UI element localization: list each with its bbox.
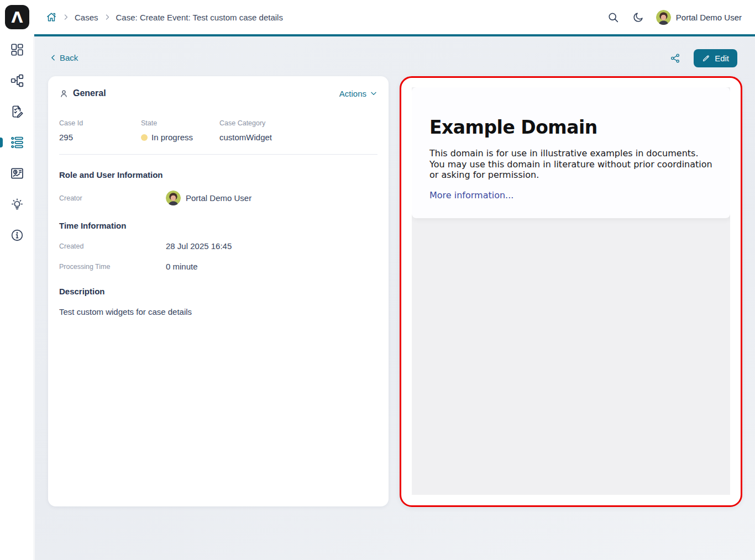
- field-case-id: Case Id 295: [59, 119, 141, 142]
- processing-time-value: 0 minute: [166, 262, 198, 271]
- processing-time-label: Processing Time: [59, 263, 166, 271]
- creator-row: Creator Portal Demo User: [59, 191, 378, 205]
- main-content: Back Edit: [35, 36, 755, 560]
- case-toolbar: Back Edit: [35, 36, 755, 75]
- general-title-label: General: [73, 88, 106, 98]
- breadcrumb: Cases Case: Create Event: Test custom ca…: [46, 12, 283, 23]
- case-category-label: Case Category: [219, 119, 378, 127]
- created-row: Created 28 Jul 2025 16:45: [59, 241, 378, 251]
- creator-name: Portal Demo User: [186, 193, 251, 203]
- breadcrumb-cases[interactable]: Cases: [75, 13, 98, 22]
- info-icon: [10, 228, 24, 242]
- example-domain-box: Example Domain This domain is for use in…: [412, 87, 730, 218]
- user-name: Portal Demo User: [676, 13, 742, 22]
- example-domain-paragraph: This domain is for use in illustrative e…: [429, 148, 712, 181]
- creator-avatar: [166, 191, 181, 205]
- example-domain-heading: Example Domain: [429, 117, 712, 138]
- embedded-page: Example Domain This domain is for use in…: [412, 87, 730, 495]
- share-nodes-icon[interactable]: [670, 53, 680, 64]
- search-icon[interactable]: [606, 10, 620, 24]
- general-card-title: General: [59, 88, 106, 98]
- chevron-left-icon: [50, 54, 57, 61]
- sidebar-item-statistics[interactable]: [0, 158, 34, 189]
- top-bar: Λ Cases Case: Create Event: Test custom …: [0, 0, 755, 34]
- field-case-category: Case Category customWidget: [219, 119, 378, 142]
- state-text: In progress: [151, 133, 193, 142]
- topbar-actions: Portal Demo User: [606, 10, 755, 25]
- back-button[interactable]: Back: [50, 53, 78, 62]
- person-icon: [59, 89, 69, 98]
- case-id-value: 295: [59, 133, 141, 142]
- sidebar-item-info[interactable]: [0, 220, 34, 251]
- case-list-icon: [10, 135, 24, 150]
- state-label: State: [141, 119, 219, 127]
- creator-label: Creator: [59, 194, 166, 202]
- user-avatar: [656, 10, 671, 25]
- toolbar-actions: Edit: [670, 49, 737, 67]
- header-accent-strip: [34, 34, 755, 36]
- lightbulb-icon: [10, 197, 24, 212]
- user-menu[interactable]: Portal Demo User: [656, 10, 742, 25]
- description-heading: Description: [59, 287, 378, 296]
- general-card: General Actions Case Id 295 State In pro…: [48, 76, 389, 506]
- sidebar-item-tasks[interactable]: [0, 96, 34, 127]
- state-dot-icon: [141, 134, 148, 141]
- chevron-right-icon: [62, 14, 69, 20]
- created-value: 28 Jul 2025 16:45: [166, 241, 232, 251]
- case-id-label: Case Id: [59, 119, 141, 127]
- section-divider: [59, 154, 378, 155]
- sidebar: [0, 34, 34, 560]
- role-user-section-heading: Role and User Information: [59, 170, 378, 179]
- dashboard-icon: [10, 43, 24, 57]
- case-summary-fields: Case Id 295 State In progress Case Categ…: [59, 119, 378, 142]
- processing-time-row: Processing Time 0 minute: [59, 262, 378, 271]
- back-label: Back: [60, 53, 78, 62]
- app-logo[interactable]: Λ: [5, 5, 29, 29]
- moon-icon[interactable]: [631, 10, 645, 24]
- process-diagram-icon: [10, 73, 24, 88]
- case-category-value: customWidget: [219, 133, 378, 142]
- actions-dropdown[interactable]: Actions: [339, 89, 378, 98]
- sidebar-item-dashboard[interactable]: [0, 34, 34, 65]
- sidebar-item-ideas[interactable]: [0, 189, 34, 220]
- actions-label: Actions: [339, 89, 366, 98]
- pencil-icon: [702, 54, 710, 62]
- edit-button[interactable]: Edit: [694, 49, 737, 67]
- chevron-right-icon: [104, 14, 111, 20]
- chevron-down-icon: [370, 89, 378, 97]
- more-information-link[interactable]: More information...: [429, 190, 513, 200]
- sidebar-item-cases[interactable]: [0, 127, 34, 158]
- field-state: State In progress: [141, 119, 219, 142]
- edit-label: Edit: [715, 54, 729, 63]
- home-icon[interactable]: [46, 12, 57, 23]
- task-edit-icon: [10, 104, 24, 119]
- created-label: Created: [59, 242, 166, 250]
- state-value: In progress: [141, 133, 219, 142]
- description-text: Test custom widgets for case details: [59, 307, 378, 316]
- custom-widget-frame: Example Domain This domain is for use in…: [400, 76, 742, 507]
- breadcrumb-current-case: Case: Create Event: Test custom case det…: [116, 13, 283, 22]
- chart-report-icon: [10, 166, 24, 181]
- sidebar-item-processes[interactable]: [0, 65, 34, 96]
- creator-value: Portal Demo User: [166, 191, 251, 205]
- time-section-heading: Time Information: [59, 221, 378, 230]
